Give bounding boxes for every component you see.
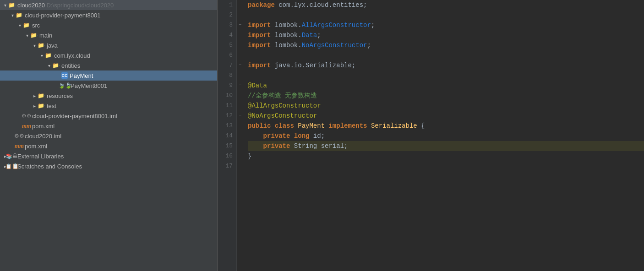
token-typ (271, 121, 274, 131)
token-kw2: import (248, 60, 271, 70)
token-kw2: import (248, 20, 271, 30)
sidebar-item-label-resources: resources (47, 92, 73, 99)
code-line-8 (248, 70, 644, 81)
token-kw: private (263, 141, 290, 151)
project-sidebar[interactable]: cloud2020 D:\springcloud\cloud2020 cloud… (0, 0, 218, 271)
code-content: package com.lyx.cloud.entities; import l… (243, 0, 644, 271)
sidebar-item-com.lyx.cloud[interactable]: com.lyx.cloud (0, 50, 217, 60)
token-kw2: import (248, 30, 271, 40)
line-number-2: 2 (221, 10, 233, 20)
sidebar-item-resources[interactable]: resources (0, 91, 217, 101)
line-number-6: 6 (221, 50, 233, 60)
sidebar-item-scratches[interactable]: 📋Scratches and Consoles (0, 161, 217, 171)
sidebar-item-label-PayMent: PayMent (70, 72, 93, 79)
sidebar-item-external-libraries[interactable]: 🏛External Libraries (0, 151, 217, 161)
tree-arrow-src[interactable] (16, 22, 23, 28)
sidebar-item-PayMent8001[interactable]: 🍃PayMent8001 (0, 81, 217, 91)
line-number-1: 1 (221, 0, 233, 10)
sidebar-item-label-external-libraries: External Libraries (17, 153, 64, 160)
token-typ: com.lyx.cloud.entities; (275, 0, 367, 10)
fold-indicator-11 (237, 101, 243, 111)
line-number-14: 14 (221, 131, 233, 141)
fold-indicator-6 (237, 50, 243, 60)
token-typ: String serial; (290, 141, 348, 151)
token-typ: lombok. (271, 20, 301, 30)
sidebar-item-entities[interactable]: entities (0, 60, 217, 70)
fold-indicator-9[interactable]: − (237, 81, 243, 91)
sidebar-item-java[interactable]: java (0, 40, 217, 50)
token-ann: @NoArgsConstructor (248, 111, 317, 121)
sidebar-item-label-scratches: Scratches and Consoles (17, 163, 82, 170)
sidebar-item-label-cloud2020: cloud2020 D:\springcloud\cloud2020 (17, 2, 114, 9)
sidebar-item-cloud-provider-payment8001[interactable]: cloud-provider-payment8001 (0, 10, 217, 20)
folder-icon (23, 22, 30, 29)
tree-arrow-cloud2020[interactable] (2, 2, 8, 8)
token-kw2: import (248, 40, 271, 50)
token-typ (294, 121, 298, 131)
fold-indicator-7[interactable]: − (237, 60, 243, 70)
token-lnk: Data (302, 30, 317, 40)
line-number-3: 3 (221, 20, 233, 30)
sidebar-item-label-java: java (47, 42, 58, 49)
sidebar-item-label-src: src (32, 22, 40, 29)
sidebar-item-label-pom.xml-1: pom.xml (32, 123, 55, 130)
tree-arrow-cloud-provider-payment8001[interactable] (9, 12, 16, 18)
line-number-17: 17 (221, 161, 233, 171)
ext-icon: 🏛 (8, 152, 16, 160)
scratch-icon: 📋 (8, 163, 16, 170)
sidebar-item-main[interactable]: main (0, 30, 217, 40)
code-line-11: @AllArgsConstructor (248, 101, 644, 111)
tree-arrow-java[interactable] (31, 42, 38, 49)
line-number-8: 8 (221, 70, 233, 81)
code-line-3: import lombok.AllArgsConstructor; (248, 20, 644, 30)
token-iface: Serializable (371, 121, 417, 131)
sidebar-item-cloud2020[interactable]: cloud2020 D:\springcloud\cloud2020 (0, 0, 217, 10)
sidebar-item-label-entities: entities (61, 62, 80, 69)
line-number-10: 10 (221, 91, 233, 101)
tree-arrow-main[interactable] (24, 32, 30, 38)
folder-icon (30, 32, 38, 39)
module-icon (8, 1, 16, 9)
token-ann: @AllArgsConstructor (248, 101, 321, 111)
spring-icon: 🍃 (61, 82, 69, 89)
tree-arrow-com.lyx.cloud[interactable] (38, 52, 45, 59)
fold-indicator-12[interactable]: − (237, 111, 243, 121)
token-cmt-cn: //全参构造 无参数构造 (248, 91, 317, 101)
module-icon (16, 11, 23, 19)
sidebar-item-src[interactable]: src (0, 20, 217, 30)
sidebar-item-PayMent[interactable]: CPayMent (0, 70, 217, 81)
sidebar-item-test[interactable]: test (0, 101, 217, 111)
code-line-13: public class PayMent implements Serializ… (248, 121, 644, 131)
token-kw: long (294, 131, 310, 141)
fold-indicator-3[interactable]: − (237, 20, 243, 30)
code-line-7: import java.io.Serializable; (248, 60, 644, 70)
token-typ (290, 131, 294, 141)
sidebar-item-cloud2020.iml[interactable]: ⚙cloud2020.iml (0, 131, 217, 141)
token-kw: class (275, 121, 294, 131)
sidebar-item-pom.xml-1[interactable]: mpom.xml (0, 121, 217, 131)
token-punct: ; (367, 40, 371, 50)
token-punct: ; (317, 30, 321, 40)
code-line-16: } (248, 151, 644, 161)
class-icon: C (61, 72, 68, 79)
line-numbers: 1234567891011121314151617 (218, 0, 237, 271)
token-typ: lombok. (271, 30, 301, 40)
token-pkg: package (248, 0, 275, 10)
line-number-7: 7 (221, 60, 233, 70)
sidebar-item-cloud-provider-payment8001.iml[interactable]: ⚙cloud-provider-payment8001.iml (0, 111, 217, 121)
maven-icon: m (23, 122, 30, 130)
token-kw: implements (328, 121, 367, 131)
sidebar-item-pom.xml-2[interactable]: mpom.xml (0, 141, 217, 151)
token-lnk: AllArgsConstructor (302, 20, 371, 30)
sidebar-item-label-com.lyx.cloud: com.lyx.cloud (54, 52, 90, 59)
token-punct: ; (371, 20, 375, 30)
sidebar-item-label-cloud2020.iml: cloud2020.iml (25, 133, 61, 140)
tree-arrow-resources[interactable] (31, 92, 38, 99)
maven-icon: m (16, 142, 23, 150)
line-number-11: 11 (221, 101, 233, 111)
tree-arrow-entities[interactable] (46, 62, 52, 69)
tree-arrow-test[interactable] (31, 103, 38, 109)
line-number-15: 15 (221, 141, 233, 151)
fold-indicator-4 (237, 30, 243, 40)
token-cls: PayMent (298, 121, 325, 131)
